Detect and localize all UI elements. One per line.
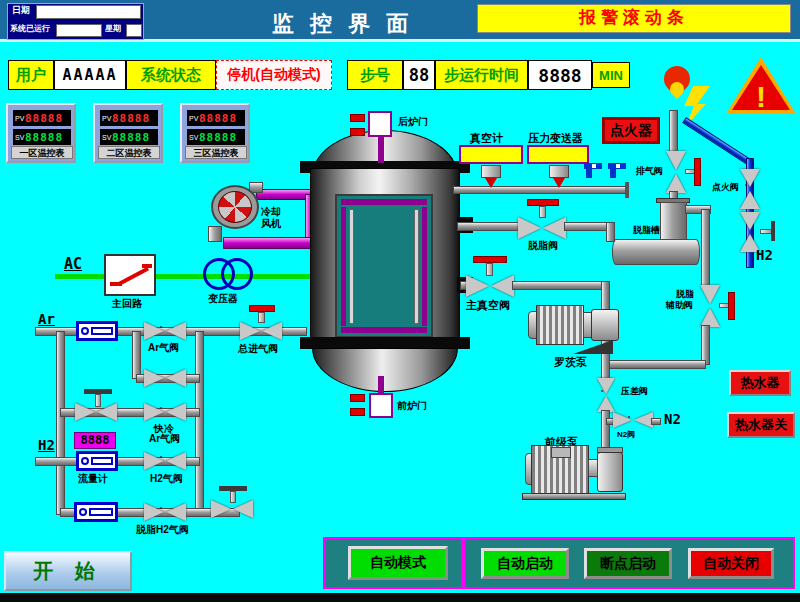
h2-gas-valve[interactable]	[144, 452, 186, 470]
meter-bar	[89, 508, 113, 516]
week-label: 星期	[105, 25, 121, 34]
valve-body	[543, 217, 566, 239]
valve-actuator	[628, 416, 630, 418]
heater-bar	[341, 199, 427, 205]
pv-tag: PV	[13, 115, 25, 122]
rear-door-stem	[378, 135, 384, 163]
week-field	[126, 24, 142, 37]
ignition-pipe-diagonal	[682, 117, 751, 165]
degrease-valve-handle	[527, 199, 559, 206]
roots-pump-motor[interactable]	[536, 305, 584, 345]
electrode	[349, 209, 354, 324]
rear-door[interactable]	[368, 111, 392, 137]
pv-tag: PV	[187, 115, 199, 122]
valve-body	[166, 322, 186, 340]
sv-display: SV88888	[13, 129, 71, 145]
indicator-lamp	[350, 114, 365, 122]
warning-triangle-icon: !	[726, 57, 796, 114]
pressure-transmitter-display[interactable]	[527, 145, 589, 164]
step-time-label: 步运行时间	[435, 60, 528, 90]
ignition-valve-label: 点火阀	[712, 183, 739, 193]
valve-body	[166, 369, 186, 387]
breakpoint-start-button[interactable]: 断点启动	[584, 548, 672, 579]
runtime-field	[56, 24, 102, 37]
auto-mode-button[interactable]: 自动模式	[348, 546, 448, 580]
meter-knob	[79, 508, 87, 516]
indicator-lamp	[350, 128, 365, 136]
fast-cool-ar-valve[interactable]	[144, 403, 186, 421]
valve-body	[700, 285, 720, 304]
n2-valve-label: N2阀	[617, 431, 635, 440]
alarm-banner-text: 报警滚动条	[579, 9, 689, 28]
sv-tag: SV	[13, 134, 25, 141]
pv-value: 88888	[199, 112, 237, 125]
user-value: AAAAA	[54, 60, 126, 90]
indicator-lamp	[350, 394, 365, 402]
auto-mode-label: 自动模式	[370, 554, 426, 572]
step-value: 88	[403, 60, 435, 90]
ac-label: AC	[64, 256, 82, 273]
pv-value: 88888	[112, 112, 150, 125]
hot-water-off-button[interactable]: 热水器关	[727, 412, 795, 438]
start-button[interactable]: 开 始	[4, 551, 132, 591]
degrease-tank	[612, 239, 700, 265]
right-riser-pipe	[195, 331, 204, 517]
valve-body	[144, 403, 164, 421]
ar-flow-meter	[76, 321, 118, 341]
auto-start-button[interactable]: 自动启动	[481, 548, 569, 579]
roots-pump-label: 罗茨泵	[554, 356, 587, 368]
valve-body	[166, 403, 186, 421]
valve-body	[491, 275, 514, 297]
flame-icon	[662, 62, 692, 114]
front-door[interactable]	[369, 393, 393, 418]
ar-gas-valve[interactable]	[144, 322, 186, 340]
manual-valve-bottom[interactable]	[211, 500, 253, 518]
fan-rotor	[218, 191, 252, 223]
degrease-h2-valve[interactable]	[144, 503, 186, 521]
valve-body	[740, 169, 760, 187]
igniter-button[interactable]: 点火器	[602, 117, 660, 144]
hot-water-on-button[interactable]: 热水器	[729, 370, 791, 396]
electrode	[422, 207, 427, 326]
transformer-label: 变压器	[208, 293, 238, 304]
degrease-pipe	[564, 222, 612, 231]
cooling-fan[interactable]	[211, 185, 259, 229]
coolant-pipe	[223, 237, 311, 249]
runtime-label: 系统已运行	[10, 25, 50, 34]
front-door-label: 前炉门	[397, 400, 427, 411]
temp-controller-zone1[interactable]: PV88888 SV88888 一区温控表	[6, 103, 76, 163]
sensor-body	[481, 165, 501, 178]
alarm-banner[interactable]: 报警滚动条	[477, 4, 791, 33]
shape	[586, 168, 592, 178]
main-circuit-breaker[interactable]	[104, 254, 156, 296]
power-line	[55, 274, 347, 279]
temp-controller-zone3[interactable]: PV88888 SV88888 三区温控表	[180, 103, 250, 163]
manual-valve-left[interactable]	[75, 403, 117, 421]
valve-actuator	[160, 326, 162, 328]
exhaust-valve[interactable]	[666, 151, 687, 193]
pressure-diff-valve[interactable]	[597, 378, 616, 412]
auto-close-label: 自动关闭	[703, 555, 759, 573]
electrode	[341, 207, 346, 326]
temp-controller-zone2[interactable]: PV88888 SV88888 二区温控表	[93, 103, 163, 163]
ignition-valve[interactable]	[740, 169, 761, 209]
transformer-icon	[221, 258, 253, 290]
degrease-valve[interactable]	[518, 217, 566, 239]
valve-body	[666, 151, 686, 170]
main-intake-valve[interactable]	[240, 322, 282, 340]
breakpoint-start-label: 断点启动	[600, 555, 656, 573]
vacuum-gauge-display[interactable]	[459, 145, 523, 164]
n2-valve[interactable]	[613, 412, 653, 429]
ignition-manual-valve[interactable]	[740, 212, 761, 252]
degrease-aux-valve[interactable]	[700, 285, 721, 327]
ar-branch-valve[interactable]	[144, 369, 186, 387]
pv-display: PV88888	[13, 110, 71, 126]
main-vacuum-valve-label: 主真空阀	[466, 299, 510, 311]
main-vacuum-valve[interactable]	[466, 275, 514, 297]
aux-valve-label-2: 辅助阀	[666, 301, 693, 311]
meter-bar	[91, 327, 113, 335]
degrease-valve-label: 脱脂阀	[528, 240, 558, 251]
valve-actuator	[745, 184, 747, 186]
pv-display: PV88888	[187, 110, 245, 126]
auto-close-button[interactable]: 自动关闭	[688, 548, 774, 579]
